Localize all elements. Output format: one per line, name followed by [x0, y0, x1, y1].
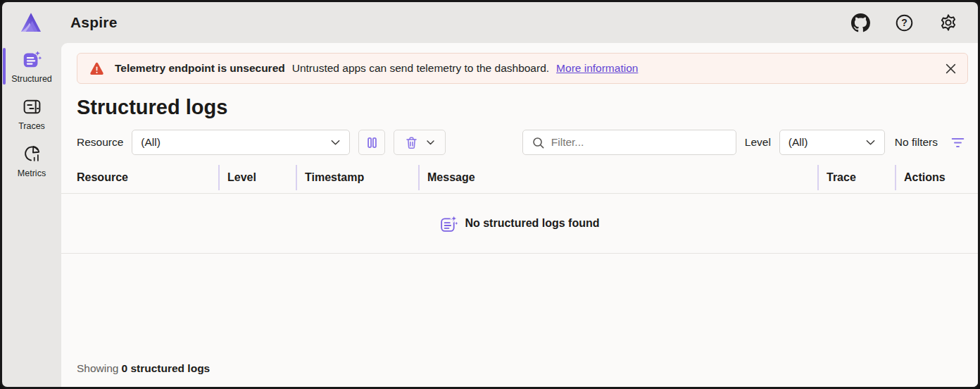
resource-label: Resource [77, 136, 123, 149]
app-window: Aspire ? [0, 0, 980, 389]
level-label: Level [745, 136, 771, 149]
column-header-level: Level [218, 171, 296, 184]
sidebar: Structured Traces [2, 43, 61, 387]
structured-logs-empty-icon [439, 214, 458, 233]
no-filters-label: No filters [895, 136, 938, 149]
log-filter-search [522, 130, 736, 155]
level-select[interactable]: (All) [779, 130, 885, 155]
resource-select-value: (All) [141, 136, 161, 149]
warning-triangle-icon [89, 61, 105, 77]
metrics-icon [22, 144, 42, 166]
empty-state: No structured logs found [61, 194, 978, 254]
sidebar-item-label: Traces [18, 121, 45, 131]
totals-footer: Showing0 structured logs [61, 362, 978, 387]
chevron-down-icon [865, 138, 876, 147]
content-spacer [61, 254, 978, 362]
sidebar-item-traces[interactable]: Traces [2, 93, 61, 134]
sidebar-item-label: Structured [11, 74, 52, 84]
page-title: Structured logs [77, 96, 962, 119]
settings-gear-icon[interactable] [938, 13, 958, 32]
showing-label: Showing [77, 362, 118, 374]
telemetry-warning-banner: Telemetry endpoint is unsecured Untruste… [77, 53, 968, 84]
github-icon[interactable] [851, 13, 870, 32]
aspire-logo-icon [19, 11, 43, 35]
app-shell: Structured Traces [2, 43, 978, 387]
resource-select[interactable]: (All) [132, 130, 350, 155]
svg-text:?: ? [901, 17, 907, 28]
sidebar-item-structured[interactable]: Structured [2, 46, 61, 87]
sidebar-item-label: Metrics [18, 168, 46, 178]
app-title: Aspire [70, 14, 118, 31]
column-header-resource: Resource [77, 171, 218, 184]
traces-icon [22, 97, 42, 119]
help-icon[interactable]: ? [895, 13, 914, 32]
main-content: Telemetry endpoint is unsecured Untruste… [61, 43, 978, 387]
search-icon [532, 136, 545, 149]
column-header-timestamp: Timestamp [296, 171, 418, 184]
top-bar: Aspire ? [2, 2, 978, 43]
more-information-link[interactable]: More information [556, 62, 638, 75]
pause-icon [365, 135, 379, 150]
pause-button[interactable] [358, 130, 385, 155]
topbar-actions: ? [851, 13, 967, 32]
empty-state-message: No structured logs found [465, 217, 599, 230]
structured-logs-icon [21, 49, 42, 72]
level-select-value: (All) [789, 136, 808, 149]
sidebar-item-metrics[interactable]: Metrics [2, 140, 61, 181]
banner-title: Telemetry endpoint is unsecured [115, 62, 285, 75]
column-header-trace: Trace [817, 171, 895, 184]
filter-funnel-icon[interactable] [950, 136, 965, 149]
banner-message: Untrusted apps can send telemetry to the… [292, 62, 549, 75]
clear-logs-button[interactable] [394, 130, 446, 155]
trash-icon [404, 135, 419, 150]
banner-close-icon[interactable] [939, 57, 962, 80]
filter-input[interactable] [551, 136, 727, 149]
column-header-actions: Actions [895, 171, 965, 184]
log-table-header: Resource Level Timestamp Message Trace A… [61, 161, 978, 194]
chevron-down-icon [426, 139, 435, 146]
filter-toolbar: Resource (All) [77, 130, 965, 155]
log-count: 0 structured logs [121, 362, 210, 374]
column-header-message: Message [418, 171, 817, 184]
chevron-down-icon [330, 138, 341, 147]
